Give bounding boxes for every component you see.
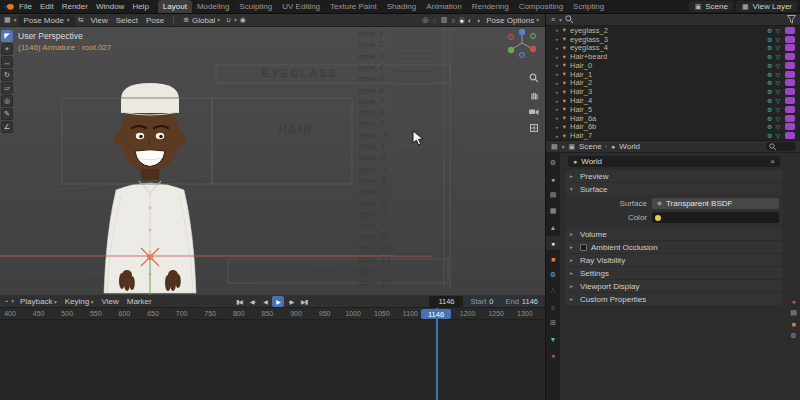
properties-tab-output[interactable]: ▤: [546, 188, 560, 202]
outliner-row[interactable]: ▸▼Hair+beard⚙▽: [546, 52, 800, 61]
menu-edit[interactable]: Edit: [36, 2, 58, 11]
scene-selector[interactable]: ▣ Scene: [689, 1, 733, 12]
mode-switch-icon[interactable]: ⇆: [77, 16, 85, 24]
properties-tab-object-data[interactable]: ▼: [546, 332, 560, 346]
modifier-icon[interactable]: ⚙: [767, 106, 772, 113]
tool-annotate[interactable]: ✎: [1, 108, 13, 120]
render-visibility-toggle[interactable]: [785, 53, 795, 60]
timeline-menu-view[interactable]: View: [98, 297, 123, 306]
properties-tab-particles[interactable]: ∴: [546, 284, 560, 298]
panel-header-ray-visibility[interactable]: ▸Ray Visibility: [565, 254, 783, 266]
menu-help[interactable]: Help: [128, 2, 152, 11]
jump-to-start-button[interactable]: ▮◀: [233, 296, 245, 307]
expand-arrow-icon[interactable]: ▸: [556, 54, 559, 60]
mesh-icon[interactable]: ▽: [775, 79, 780, 86]
render-visibility-toggle[interactable]: [785, 44, 795, 51]
render-visibility-toggle[interactable]: [785, 36, 795, 43]
modifier-icon[interactable]: ⚙: [767, 53, 772, 60]
timeline-editor-icon[interactable]: ◔: [3, 298, 9, 305]
workspace-tab-layout[interactable]: Layout: [158, 0, 192, 13]
outliner-row[interactable]: ▸▼Hair_1⚙▽: [546, 70, 800, 79]
workspace-tab-texture-paint[interactable]: Texture Paint: [325, 0, 382, 13]
end-frame-field[interactable]: End 1146: [501, 296, 544, 307]
workspace-tab-scripting[interactable]: Scripting: [568, 0, 609, 13]
perspective-toggle-icon[interactable]: [529, 123, 539, 133]
modifier-icon[interactable]: ⚙: [767, 123, 772, 130]
mesh-icon[interactable]: ▽: [775, 106, 780, 113]
properties-tab-modifiers[interactable]: ⚙: [546, 268, 560, 282]
workspace-tab-sculpting[interactable]: Sculpting: [234, 0, 277, 13]
output-icon[interactable]: ▤: [790, 309, 797, 317]
timeline-menu-marker[interactable]: Marker: [123, 297, 156, 306]
panel-header-volume[interactable]: ▸Volume: [565, 228, 783, 240]
playhead-frame-label[interactable]: 1146: [421, 309, 451, 319]
shading-solid-icon[interactable]: ●: [459, 17, 465, 24]
render-visibility-toggle[interactable]: [785, 106, 795, 113]
viewport-menu-select[interactable]: Select: [112, 16, 142, 25]
workspace-tab-rendering[interactable]: Rendering: [467, 0, 514, 13]
expand-arrow-icon[interactable]: ▸: [556, 45, 559, 51]
outliner-row[interactable]: ▸▼eyeglass_3⚙▽: [546, 35, 800, 44]
playhead[interactable]: [436, 308, 438, 400]
render-visibility-toggle[interactable]: [785, 115, 795, 122]
outliner-row[interactable]: ▸▼Hair_2⚙▽: [546, 79, 800, 88]
workspace-tab-modeling[interactable]: Modeling: [192, 0, 234, 13]
mesh-icon[interactable]: ▽: [775, 36, 780, 43]
snap-magnet-icon[interactable]: ∪: [225, 16, 232, 24]
tool-cursor[interactable]: ⌖: [1, 43, 13, 55]
mesh-icon[interactable]: ▽: [775, 123, 780, 130]
outliner-row[interactable]: ▸▼Hair_4⚙▽: [546, 96, 800, 105]
workspace-tab-compositing[interactable]: Compositing: [514, 0, 568, 13]
pose-options-dropdown[interactable]: Pose Options ▾: [483, 16, 542, 25]
outliner-row[interactable]: ▸▼Hair_6b⚙▽: [546, 122, 800, 131]
modifier-icon[interactable]: ⚙: [767, 36, 772, 43]
mesh-icon[interactable]: ▽: [775, 88, 780, 95]
breadcrumb-world[interactable]: World: [619, 142, 640, 151]
search-icon[interactable]: [565, 15, 574, 24]
tool-scale[interactable]: ▱: [1, 82, 13, 94]
render-visibility-toggle[interactable]: [785, 27, 795, 34]
viewport-menu-view[interactable]: View: [87, 16, 112, 25]
show-overlays-icon[interactable]: ◌: [431, 17, 437, 24]
properties-tab-world[interactable]: ●: [546, 236, 560, 250]
properties-tab-constraints[interactable]: ⊞: [546, 316, 560, 330]
outliner-row[interactable]: ▸▼Hair_7⚙▽: [546, 131, 800, 140]
render-visibility-toggle[interactable]: [785, 71, 795, 78]
navigation-gizmo[interactable]: [502, 27, 542, 65]
breadcrumb-scene[interactable]: Scene: [579, 142, 602, 151]
expand-arrow-icon[interactable]: ▸: [556, 62, 559, 68]
render-visibility-toggle[interactable]: [785, 88, 795, 95]
panel-header-settings[interactable]: ▸Settings: [565, 267, 783, 279]
modifier-icon[interactable]: ⚙: [767, 79, 772, 86]
current-frame-field[interactable]: 1146: [429, 296, 463, 307]
play-button[interactable]: ▶: [272, 296, 284, 307]
expand-arrow-icon[interactable]: ▸: [556, 71, 559, 77]
show-gizmo-icon[interactable]: ◎: [421, 16, 429, 24]
mode-dropdown[interactable]: Pose Mode ▾: [18, 15, 74, 26]
object-icon[interactable]: ■: [791, 321, 795, 328]
modifier-icon[interactable]: ⚙: [767, 44, 772, 51]
workspace-tab-animation[interactable]: Animation: [421, 0, 467, 13]
ambient-occlusion-checkbox[interactable]: [580, 244, 587, 251]
view-layer-selector[interactable]: ▦ View Layer: [736, 1, 797, 12]
jump-to-prev-keyframe-button[interactable]: ◀▪: [246, 296, 258, 307]
outliner-row[interactable]: ▸▼Hair_0⚙▽: [546, 61, 800, 70]
tool-rotate[interactable]: ↻: [1, 69, 13, 81]
surface-value-button[interactable]: Transparent BSDF: [652, 198, 779, 209]
panel-header-ambient-occlusion[interactable]: ▸Ambient Occlusion: [565, 241, 783, 253]
toggle-xray-icon[interactable]: ▥: [440, 16, 449, 24]
panel-header-surface[interactable]: ▾Surface: [565, 183, 783, 195]
render-visibility-toggle[interactable]: [785, 62, 795, 69]
mesh-icon[interactable]: ▽: [775, 27, 780, 34]
expand-arrow-icon[interactable]: ▸: [556, 115, 559, 121]
modifier-icon[interactable]: ⚙: [767, 71, 772, 78]
expand-arrow-icon[interactable]: ▸: [556, 36, 559, 42]
modifier-icon[interactable]: ⚙: [767, 97, 772, 104]
outliner-row[interactable]: ▸▼eyeglass_2⚙▽: [546, 26, 800, 35]
panel-header-custom-properties[interactable]: ▸Custom Properties: [565, 293, 783, 305]
outliner-display-mode-icon[interactable]: ≡: [550, 16, 556, 23]
play-reverse-button[interactable]: ◀: [259, 296, 271, 307]
shading-wireframe-icon[interactable]: ○: [450, 17, 456, 24]
pan-hand-icon[interactable]: [529, 90, 539, 100]
menu-window[interactable]: Window: [92, 2, 128, 11]
